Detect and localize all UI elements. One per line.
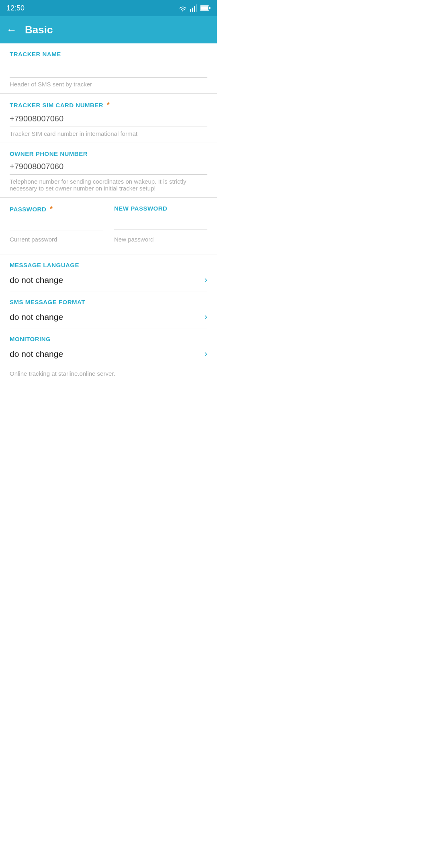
password-input[interactable]: [10, 216, 103, 231]
sms-format-chevron: ›: [205, 312, 207, 322]
password-required: *: [50, 205, 53, 213]
sms-format-section: SMS MESSAGE FORMAT do not change ›: [0, 291, 217, 328]
new-password-col: NEW PASSWORD: [113, 205, 207, 231]
new-password-hint-text: New password: [114, 233, 207, 248]
tracker-sim-label: TRACKER SIM CARD NUMBER *: [10, 101, 207, 109]
page-title: Basic: [25, 24, 53, 36]
password-label: PASSWORD *: [10, 205, 103, 213]
new-password-input[interactable]: [114, 214, 207, 229]
status-icons: [178, 4, 211, 12]
current-password-hint: Current password: [10, 233, 103, 248]
svg-rect-1: [192, 8, 193, 12]
battery-icon: [200, 5, 211, 11]
status-time: 12:50: [6, 4, 25, 12]
svg-rect-0: [190, 9, 191, 12]
monitoring-dropdown[interactable]: do not change ›: [10, 345, 207, 365]
monitoring-label: MONITORING: [10, 336, 207, 342]
password-hint: Current password: [10, 233, 113, 248]
tracker-name-hint: Header of SMS sent by tracker: [10, 78, 207, 93]
tracker-name-input[interactable]: [10, 62, 207, 78]
footer-hint: Online tracking at starline.online serve…: [0, 365, 217, 385]
password-col: PASSWORD *: [10, 205, 113, 231]
svg-rect-6: [201, 6, 208, 10]
new-password-label: NEW PASSWORD: [114, 205, 207, 212]
owner-phone-label: OWNER PHONE NUMBER: [10, 150, 207, 157]
monitoring-chevron: ›: [205, 349, 207, 359]
status-bar: 12:50: [0, 0, 217, 16]
tracker-name-label: TRACKER NAME: [10, 51, 207, 57]
tracker-name-section: TRACKER NAME Header of SMS sent by track…: [0, 43, 217, 93]
monitoring-value: do not change: [10, 349, 63, 359]
tracker-sim-section: TRACKER SIM CARD NUMBER * Tracker SIM ca…: [0, 94, 217, 143]
sms-format-dropdown[interactable]: do not change ›: [10, 308, 207, 328]
wifi-icon: [178, 4, 187, 12]
svg-rect-5: [209, 7, 211, 9]
tracker-sim-required: *: [107, 101, 110, 109]
message-language-dropdown[interactable]: do not change ›: [10, 271, 207, 291]
owner-phone-hint: Telephone number for sending coordinates…: [10, 175, 207, 197]
svg-rect-3: [196, 4, 197, 12]
sms-format-label: SMS MESSAGE FORMAT: [10, 299, 207, 305]
new-password-hint: New password: [113, 233, 207, 248]
tracker-sim-input[interactable]: [10, 112, 207, 127]
password-row: PASSWORD * NEW PASSWORD: [0, 198, 217, 231]
owner-phone-section: OWNER PHONE NUMBER Telephone number for …: [0, 143, 217, 197]
signal-icon: [190, 4, 198, 12]
back-button[interactable]: ←: [6, 24, 17, 36]
tracker-sim-hint: Tracker SIM card number in international…: [10, 127, 207, 143]
password-hints: Current password New password: [0, 231, 217, 254]
message-language-label: MESSAGE LANGUAGE: [10, 262, 207, 268]
message-language-value: do not change: [10, 275, 63, 285]
svg-rect-2: [194, 6, 195, 12]
message-language-section: MESSAGE LANGUAGE do not change ›: [0, 254, 217, 291]
message-language-chevron: ›: [205, 275, 207, 285]
owner-phone-input[interactable]: [10, 160, 207, 175]
app-bar: ← Basic: [0, 16, 217, 43]
content: TRACKER NAME Header of SMS sent by track…: [0, 43, 217, 385]
monitoring-section: MONITORING do not change ›: [0, 328, 217, 365]
sms-format-value: do not change: [10, 312, 63, 322]
